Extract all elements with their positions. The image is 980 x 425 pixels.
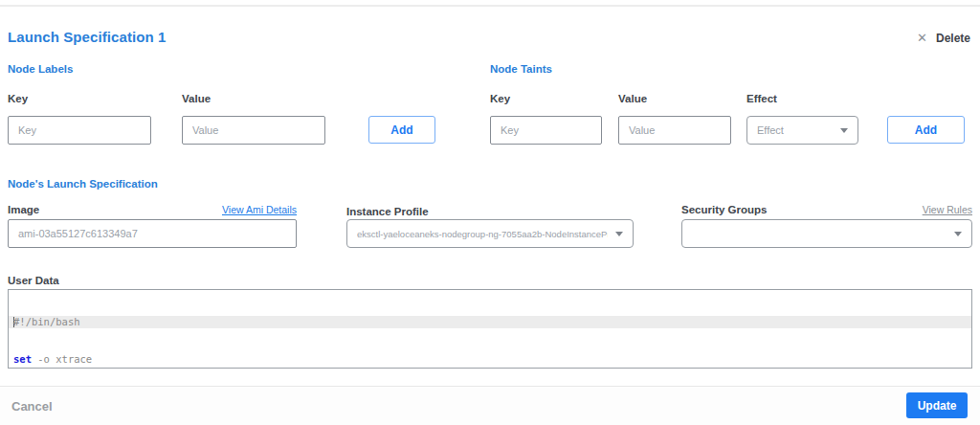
chevron-down-icon xyxy=(615,232,623,236)
delete-button-label: Delete xyxy=(936,32,970,45)
code-line: #!/bin/bash xyxy=(9,316,971,328)
close-icon: ✕ xyxy=(917,32,927,45)
node-labels-value-label: Value xyxy=(182,93,211,104)
delete-button[interactable]: ✕ Delete xyxy=(917,32,970,45)
code-line: set -o xtrace xyxy=(9,353,971,366)
effect-select-placeholder: Effect xyxy=(757,124,833,136)
view-rules-link[interactable]: View Rules xyxy=(923,204,972,215)
view-ami-details-link[interactable]: View Ami Details xyxy=(222,204,297,215)
image-input[interactable] xyxy=(8,219,297,248)
launch-specification-panel: Launch Specification 1 ✕ Delete Node Lab… xyxy=(0,0,980,425)
node-labels-add-button[interactable]: Add xyxy=(368,116,435,144)
chevron-down-icon xyxy=(840,128,848,133)
instance-profile-select[interactable]: eksctl-yaeloceaneks-nodegroup-ng-7055aa2… xyxy=(346,219,634,248)
node-taints-key-input[interactable] xyxy=(490,116,602,145)
add-button-label: Add xyxy=(390,123,412,137)
update-button[interactable]: Update xyxy=(906,392,968,418)
page-title: Launch Specification 1 xyxy=(8,29,167,45)
node-taints-heading: Node Taints xyxy=(490,63,552,75)
image-label: Image xyxy=(8,204,39,215)
user-data-code-editor[interactable]: #!/bin/bash set -o xtrace /etc/eks/boots… xyxy=(8,289,972,369)
security-groups-select[interactable] xyxy=(681,219,972,248)
top-divider xyxy=(0,5,980,7)
node-labels-key-label: Key xyxy=(8,93,28,104)
update-button-label: Update xyxy=(918,399,957,413)
launch-spec-heading: Node's Launch Specification xyxy=(8,178,158,190)
chevron-down-icon xyxy=(954,232,962,236)
node-taints-effect-select[interactable]: Effect xyxy=(746,116,858,145)
instance-profile-label: Instance Profile xyxy=(346,206,429,217)
node-taints-value-label: Value xyxy=(618,93,647,104)
instance-profile-value: eksctl-yaeloceaneks-nodegroup-ng-7055aa2… xyxy=(357,229,608,239)
add-button-label: Add xyxy=(915,123,937,137)
node-taints-value-input[interactable] xyxy=(618,116,731,145)
cancel-button[interactable]: Cancel xyxy=(11,399,53,414)
node-labels-heading: Node Labels xyxy=(8,63,73,75)
security-groups-label: Security Groups xyxy=(681,204,767,215)
footer-bar xyxy=(0,386,980,425)
user-data-label: User Data xyxy=(8,275,59,286)
node-taints-key-label: Key xyxy=(490,93,510,104)
node-labels-key-input[interactable] xyxy=(8,116,151,145)
node-taints-effect-label: Effect xyxy=(746,93,777,104)
node-taints-add-button[interactable]: Add xyxy=(887,116,965,144)
node-labels-value-input[interactable] xyxy=(182,116,325,145)
